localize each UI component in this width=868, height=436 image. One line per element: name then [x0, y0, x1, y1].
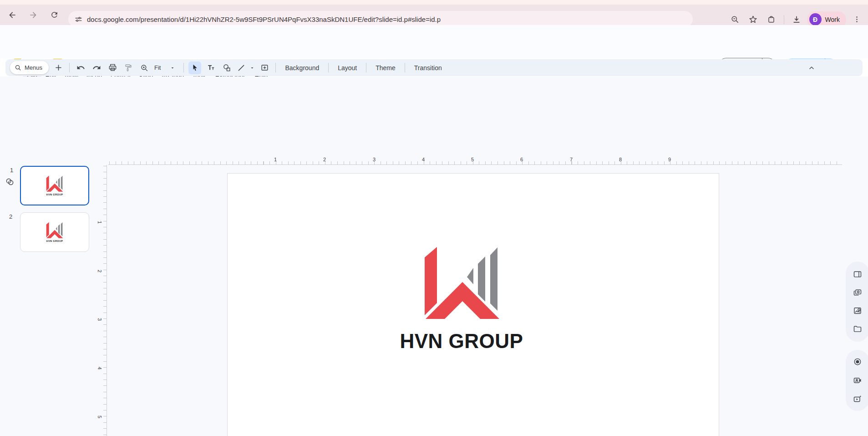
layout-button[interactable]: Layout [333, 62, 361, 73]
main-toolbar: Menus Fit [5, 59, 863, 76]
profile-avatar[interactable]: Đ [809, 13, 822, 26]
ruler-number: 5 [471, 157, 474, 162]
linked-rings-icon[interactable] [5, 177, 15, 187]
camera-stack-icon[interactable] [850, 285, 865, 300]
transition-button[interactable]: Transition [410, 62, 447, 73]
ruler-number: 2 [323, 157, 326, 162]
ruler-number: 3 [373, 157, 376, 162]
redo-icon[interactable] [90, 62, 103, 74]
shapes-icon[interactable] [220, 62, 233, 74]
hvn-logo-text: HVN GROUP [46, 193, 63, 196]
slide-2-number: 2 [9, 213, 12, 220]
menus-label: Menus [25, 64, 42, 71]
horizontal-ruler [109, 161, 842, 164]
back-icon[interactable] [4, 7, 21, 23]
image-search-icon[interactable] [850, 303, 865, 318]
ruler-number: 7 [570, 157, 573, 162]
ruler-number: 6 [520, 157, 523, 162]
toolbar-divider [328, 63, 329, 72]
google-slides-window: docs.google.com/presentation/d/1Hi22hVNh… [0, 0, 868, 436]
ruler-number: 4 [97, 367, 102, 369]
hvn-logo-text[interactable]: HVN GROUP [397, 330, 526, 353]
vertical-ruler-line [107, 165, 107, 436]
hvn-logo-mark[interactable] [423, 246, 501, 321]
video-create-icon[interactable] [850, 391, 865, 407]
ruler-number: 1 [274, 157, 277, 162]
folder-icon[interactable] [850, 321, 865, 337]
editor-workspace: 1 2 3 4 5 6 7 8 9 1 2 3 4 5 1 HVN GROUP … [0, 77, 868, 436]
ruler-number: 4 [422, 157, 425, 162]
toolbar-divider [366, 63, 366, 72]
zoom-caret-icon[interactable] [170, 65, 175, 71]
toolbar-divider [784, 15, 784, 24]
window-top-strip [0, 0, 868, 5]
slide-1-number: 1 [10, 167, 13, 174]
hvn-logo-mark [46, 175, 63, 192]
profile-label: Work [825, 16, 840, 23]
ruler-number: 1 [97, 221, 102, 224]
slides-header: HVN [0, 25, 868, 58]
reload-icon[interactable] [46, 7, 63, 23]
url-text[interactable]: docs.google.com/presentation/d/1Hi22hVNh… [87, 15, 441, 23]
insert-placeholder-icon[interactable] [258, 62, 271, 74]
browser-toolbar: docs.google.com/presentation/d/1Hi22hVNh… [0, 5, 868, 25]
slide-thumbnail-1[interactable]: HVN GROUP [20, 166, 89, 205]
toolbar-divider [275, 63, 276, 72]
print-icon[interactable] [106, 62, 119, 74]
site-info-icon[interactable] [75, 15, 82, 23]
side-rail-group-bottom [846, 350, 868, 411]
search-icon [15, 64, 21, 71]
ruler-number: 9 [668, 157, 671, 162]
line-caret-icon[interactable] [249, 65, 255, 71]
side-rail-group-top [846, 262, 868, 342]
ruler-number: 3 [97, 318, 102, 321]
zoom-icon[interactable] [138, 62, 151, 74]
record-icon[interactable] [850, 354, 865, 369]
toolbar-divider [183, 63, 184, 72]
background-button[interactable]: Background [280, 62, 324, 73]
new-slide-plus-icon[interactable] [52, 62, 65, 74]
menus-search-pill[interactable]: Menus [10, 61, 49, 74]
line-tool-icon[interactable] [236, 62, 246, 74]
zoom-control[interactable]: Fit [138, 62, 179, 74]
forward-icon[interactable] [25, 7, 42, 23]
side-panel-icon[interactable] [850, 267, 865, 282]
hide-menus-chevron-icon[interactable] [805, 62, 818, 74]
paint-format-icon[interactable] [122, 62, 135, 74]
vertical-ruler [103, 166, 107, 436]
ruler-number: 8 [619, 157, 622, 162]
hvn-logo-text: HVN GROUP [46, 240, 63, 242]
ruler-number: 2 [97, 270, 102, 272]
text-box-icon[interactable] [204, 62, 217, 74]
ruler-number: 5 [97, 415, 102, 418]
toolbar-divider [405, 63, 405, 72]
undo-icon[interactable] [74, 62, 87, 74]
toolbar-divider [69, 63, 70, 72]
select-tool-icon[interactable] [188, 62, 201, 74]
hvn-logo-mark [46, 222, 63, 239]
slide-thumbnail-2[interactable]: HVN GROUP [20, 212, 89, 252]
theme-button[interactable]: Theme [371, 62, 400, 73]
zoom-value[interactable]: Fit [152, 64, 162, 71]
camera-person-icon[interactable] [850, 373, 865, 388]
horizontal-ruler-line [108, 164, 842, 165]
